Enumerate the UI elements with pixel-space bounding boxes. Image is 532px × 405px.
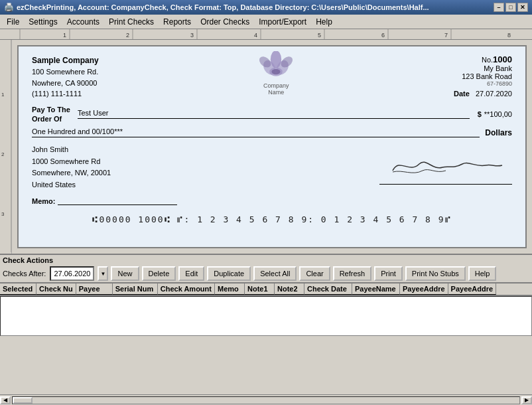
duplicate-button[interactable]: Duplicate bbox=[207, 266, 251, 281]
menu-file[interactable]: File bbox=[3, 16, 23, 28]
menu-settings[interactable]: Settings bbox=[25, 16, 61, 28]
col-check-date[interactable]: Check Date bbox=[304, 284, 352, 295]
check-header: Sample Company 100 Somewhere Rd. Nowhere… bbox=[32, 54, 512, 100]
col-payee-addr2[interactable]: PayeeAddre bbox=[448, 284, 497, 295]
title-text: ezCheckPrinting, Account: CompanyCheck, … bbox=[17, 3, 429, 11]
svg-text:2: 2 bbox=[126, 32, 129, 39]
col-memo[interactable]: Memo bbox=[215, 284, 245, 295]
ruler-horizontal: 1 2 3 4 5 6 7 8 bbox=[0, 29, 532, 40]
help-button[interactable]: Help bbox=[468, 266, 497, 281]
grid-body bbox=[0, 296, 532, 336]
ruler-vertical: 1 2 3 bbox=[0, 40, 12, 254]
data-grid-area: Selected Check Nu Payee Serial Num Check… bbox=[0, 283, 532, 394]
clear-button[interactable]: Clear bbox=[299, 266, 330, 281]
check-no-label: No. bbox=[482, 56, 493, 64]
select-all-button[interactable]: Select All bbox=[253, 266, 297, 281]
maximize-button[interactable]: □ bbox=[505, 3, 516, 12]
delete-button[interactable]: Delete bbox=[142, 266, 176, 281]
col-payee-addr1[interactable]: PayeeAddre bbox=[400, 284, 448, 295]
payee-addr2: Somewhere, NW, 20001 bbox=[32, 167, 111, 179]
company-phone: (111) 111-1111 bbox=[32, 88, 99, 100]
bank-addr: 123 Bank Road bbox=[454, 72, 512, 80]
svg-text:3: 3 bbox=[1, 211, 5, 217]
menu-order-checks[interactable]: Order Checks bbox=[196, 16, 253, 28]
scroll-left-button[interactable]: ◀ bbox=[0, 396, 11, 404]
actions-row: Checks After: 27.06.2020 ▼ New Delete Ed… bbox=[3, 266, 529, 281]
company-name: Sample Company bbox=[32, 54, 99, 66]
menu-help[interactable]: Help bbox=[312, 16, 336, 28]
date-input[interactable]: 27.06.2020 bbox=[50, 266, 94, 281]
date-label: Date bbox=[454, 90, 470, 98]
signature-line bbox=[379, 184, 512, 185]
col-selected[interactable]: Selected bbox=[0, 284, 36, 295]
check-logo: CompanyName bbox=[259, 51, 293, 96]
title-bar: 🖨️ ezCheckPrinting, Account: CompanyChec… bbox=[0, 0, 532, 15]
app-icon: 🖨️ bbox=[4, 3, 14, 12]
col-check-amount[interactable]: Check Amount bbox=[158, 284, 215, 295]
svg-text:5: 5 bbox=[318, 32, 321, 39]
check-actions-label: Check Actions bbox=[3, 256, 529, 264]
col-note1[interactable]: Note1 bbox=[245, 284, 275, 295]
check-preview-section: 1 2 3 Sample Company 100 Somewhere Rd. N… bbox=[0, 40, 532, 254]
minimize-button[interactable]: – bbox=[494, 3, 504, 12]
edit-button[interactable]: Edit bbox=[178, 266, 204, 281]
svg-text:2: 2 bbox=[1, 151, 5, 157]
col-payee[interactable]: Payee bbox=[76, 284, 113, 295]
svg-point-28 bbox=[272, 69, 281, 74]
print-no-stubs-button[interactable]: Print No Stubs bbox=[405, 266, 466, 281]
close-button[interactable]: ✕ bbox=[517, 3, 528, 12]
date-line: Date 27.07.2020 bbox=[454, 90, 512, 98]
signature-svg bbox=[386, 151, 505, 177]
routing-number: 67-76890 bbox=[454, 80, 512, 87]
grid-header: Selected Check Nu Payee Serial Num Check… bbox=[0, 283, 532, 296]
menu-accounts[interactable]: Accounts bbox=[63, 16, 103, 28]
date-input-value: 27.06.2020 bbox=[54, 270, 90, 278]
svg-text:1: 1 bbox=[63, 32, 66, 39]
date-dropdown-button[interactable]: ▼ bbox=[98, 266, 108, 281]
payee-addr3: United States bbox=[32, 179, 111, 191]
payee-line: Test User bbox=[78, 109, 470, 119]
bottom-scrollbar[interactable]: ◀ ▶ bbox=[0, 394, 532, 405]
pay-to-section: Pay To TheOrder Of Test User $ **100,00 bbox=[32, 105, 512, 124]
payee-addr1: 1000 Somewhere Rd bbox=[32, 156, 111, 168]
refresh-button[interactable]: Refresh bbox=[333, 266, 372, 281]
menu-bar: File Settings Accounts Print Checks Repo… bbox=[0, 15, 532, 29]
col-payee-name[interactable]: PayeeName bbox=[352, 284, 400, 295]
memo-line: Memo: bbox=[32, 197, 512, 205]
title-bar-controls[interactable]: – □ ✕ bbox=[494, 3, 528, 12]
check-preview-area: Sample Company 100 Somewhere Rd. Nowhere… bbox=[12, 40, 532, 254]
print-button[interactable]: Print bbox=[374, 266, 403, 281]
dollar-amount: $ **100,00 bbox=[478, 110, 512, 118]
date-value: 27.07.2020 bbox=[476, 90, 512, 98]
svg-rect-0 bbox=[0, 29, 532, 39]
company-info: Sample Company 100 Somewhere Rd. Nowhere… bbox=[32, 54, 99, 100]
payee-address: John Smith 1000 Somewhere Rd Somewhere, … bbox=[32, 144, 111, 191]
svg-text:6: 6 bbox=[381, 32, 385, 39]
menu-import-export[interactable]: Import/Export bbox=[255, 16, 310, 28]
lotus-icon bbox=[259, 51, 293, 81]
col-note2[interactable]: Note2 bbox=[275, 284, 304, 295]
col-check-number[interactable]: Check Nu bbox=[36, 284, 76, 295]
memo-label: Memo: bbox=[32, 197, 55, 205]
check-number: 1000 bbox=[493, 54, 512, 64]
amount-words: One Hundred and 00/100*** bbox=[32, 127, 480, 137]
scrollbar-track[interactable] bbox=[12, 396, 520, 404]
title-bar-left: 🖨️ ezCheckPrinting, Account: CompanyChec… bbox=[4, 3, 429, 12]
svg-text:8: 8 bbox=[507, 32, 511, 39]
menu-print-checks[interactable]: Print Checks bbox=[105, 16, 158, 28]
svg-rect-17 bbox=[0, 40, 12, 252]
scroll-right-button[interactable]: ▶ bbox=[521, 396, 532, 404]
check-body: John Smith 1000 Somewhere Rd Somewhere, … bbox=[32, 144, 512, 191]
scrollbar-thumb[interactable] bbox=[13, 397, 33, 404]
logo-text: CompanyName bbox=[263, 82, 289, 96]
main-area: 1 2 3 Sample Company 100 Somewhere Rd. N… bbox=[0, 40, 532, 405]
svg-text:1: 1 bbox=[1, 92, 5, 98]
col-serial-num[interactable]: Serial Num bbox=[113, 284, 158, 295]
new-button[interactable]: New bbox=[111, 266, 139, 281]
check-actions-bar: Check Actions Checks After: 27.06.2020 ▼… bbox=[0, 254, 532, 283]
check-top-right: No.1000 My Bank 123 Bank Road 67-76890 D… bbox=[454, 54, 512, 98]
menu-reports[interactable]: Reports bbox=[159, 16, 195, 28]
micr-line: ⑆00000 1000⑆ ⑈: 1 2 3 4 5 6 7 8 9: 0 1 2… bbox=[32, 214, 512, 224]
check-number-line: No.1000 bbox=[454, 54, 512, 64]
company-addr2: Nowhere, CA 90000 bbox=[32, 78, 99, 89]
